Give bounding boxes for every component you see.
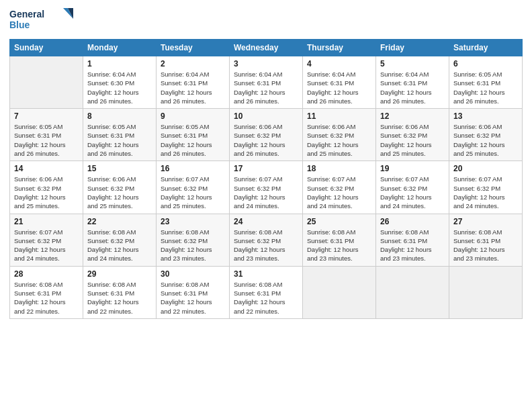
col-header-friday: Friday xyxy=(376,40,449,56)
calendar-cell: 11Sunrise: 6:06 AM Sunset: 6:32 PM Dayli… xyxy=(303,109,376,161)
calendar-cell: 8Sunrise: 6:05 AM Sunset: 6:31 PM Daylig… xyxy=(83,109,157,161)
calendar-cell: 29Sunrise: 6:08 AM Sunset: 6:31 PM Dayli… xyxy=(83,266,157,318)
day-number: 6 xyxy=(453,59,518,68)
day-info: Sunrise: 6:06 AM Sunset: 6:32 PM Dayligh… xyxy=(453,122,518,158)
day-info: Sunrise: 6:08 AM Sunset: 6:31 PM Dayligh… xyxy=(161,280,225,316)
day-number: 1 xyxy=(87,59,152,68)
day-info: Sunrise: 6:07 AM Sunset: 6:32 PM Dayligh… xyxy=(234,175,298,210)
week-row-2: 14Sunrise: 6:06 AM Sunset: 6:32 PM Dayli… xyxy=(10,161,523,214)
calendar-table: SundayMondayTuesdayWednesdayThursdayFrid… xyxy=(9,39,523,319)
col-header-tuesday: Tuesday xyxy=(157,40,230,56)
day-number: 22 xyxy=(87,217,152,226)
day-number: 9 xyxy=(161,111,225,121)
calendar-cell: 24Sunrise: 6:08 AM Sunset: 6:32 PM Dayli… xyxy=(230,214,303,266)
day-info: Sunrise: 6:04 AM Sunset: 6:31 PM Dayligh… xyxy=(234,70,298,105)
calendar-cell: 10Sunrise: 6:06 AM Sunset: 6:32 PM Dayli… xyxy=(230,109,303,161)
header: General Blue xyxy=(9,7,523,35)
calendar-cell: 22Sunrise: 6:08 AM Sunset: 6:32 PM Dayli… xyxy=(83,214,157,266)
svg-text:General: General xyxy=(9,9,44,19)
calendar-cell: 9Sunrise: 6:05 AM Sunset: 6:31 PM Daylig… xyxy=(157,109,230,161)
day-info: Sunrise: 6:07 AM Sunset: 6:32 PM Dayligh… xyxy=(453,175,518,210)
week-row-1: 7Sunrise: 6:05 AM Sunset: 6:31 PM Daylig… xyxy=(10,109,523,161)
day-number: 8 xyxy=(87,111,152,121)
day-number: 21 xyxy=(14,217,79,226)
col-header-monday: Monday xyxy=(83,40,157,56)
calendar-cell: 14Sunrise: 6:06 AM Sunset: 6:32 PM Dayli… xyxy=(10,161,83,214)
calendar-cell: 17Sunrise: 6:07 AM Sunset: 6:32 PM Dayli… xyxy=(230,161,303,214)
day-number: 5 xyxy=(380,59,445,68)
calendar-cell xyxy=(303,266,376,318)
week-row-3: 21Sunrise: 6:07 AM Sunset: 6:32 PM Dayli… xyxy=(10,214,523,266)
day-number: 30 xyxy=(161,269,225,279)
day-info: Sunrise: 6:08 AM Sunset: 6:31 PM Dayligh… xyxy=(14,280,79,316)
day-number: 12 xyxy=(380,111,445,121)
day-info: Sunrise: 6:08 AM Sunset: 6:31 PM Dayligh… xyxy=(453,228,518,263)
calendar-cell: 16Sunrise: 6:07 AM Sunset: 6:32 PM Dayli… xyxy=(157,161,230,214)
calendar-cell: 19Sunrise: 6:07 AM Sunset: 6:32 PM Dayli… xyxy=(376,161,449,214)
week-row-4: 28Sunrise: 6:08 AM Sunset: 6:31 PM Dayli… xyxy=(10,266,523,318)
day-number: 7 xyxy=(14,111,79,121)
calendar-cell: 20Sunrise: 6:07 AM Sunset: 6:32 PM Dayli… xyxy=(449,161,523,214)
calendar-cell xyxy=(376,266,449,318)
calendar-cell: 4Sunrise: 6:04 AM Sunset: 6:31 PM Daylig… xyxy=(303,56,376,109)
calendar-cell: 12Sunrise: 6:06 AM Sunset: 6:32 PM Dayli… xyxy=(376,109,449,161)
calendar-cell: 31Sunrise: 6:08 AM Sunset: 6:31 PM Dayli… xyxy=(230,266,303,318)
day-number: 10 xyxy=(234,111,298,121)
day-info: Sunrise: 6:08 AM Sunset: 6:31 PM Dayligh… xyxy=(380,228,445,263)
calendar-cell xyxy=(449,266,523,318)
calendar-cell: 28Sunrise: 6:08 AM Sunset: 6:31 PM Dayli… xyxy=(10,266,83,318)
calendar-cell: 30Sunrise: 6:08 AM Sunset: 6:31 PM Dayli… xyxy=(157,266,230,318)
day-number: 27 xyxy=(453,217,518,226)
day-info: Sunrise: 6:06 AM Sunset: 6:32 PM Dayligh… xyxy=(87,175,152,210)
day-info: Sunrise: 6:04 AM Sunset: 6:31 PM Dayligh… xyxy=(307,70,371,105)
day-number: 26 xyxy=(380,217,445,226)
calendar-cell: 18Sunrise: 6:07 AM Sunset: 6:32 PM Dayli… xyxy=(303,161,376,214)
col-header-sunday: Sunday xyxy=(10,40,83,56)
svg-text:Blue: Blue xyxy=(9,19,30,30)
day-number: 18 xyxy=(307,164,371,173)
day-number: 23 xyxy=(161,217,225,226)
calendar-cell: 23Sunrise: 6:08 AM Sunset: 6:32 PM Dayli… xyxy=(157,214,230,266)
day-info: Sunrise: 6:08 AM Sunset: 6:32 PM Dayligh… xyxy=(87,228,152,263)
calendar-cell: 2Sunrise: 6:04 AM Sunset: 6:31 PM Daylig… xyxy=(157,56,230,109)
day-info: Sunrise: 6:04 AM Sunset: 6:31 PM Dayligh… xyxy=(161,70,225,105)
calendar-cell: 15Sunrise: 6:06 AM Sunset: 6:32 PM Dayli… xyxy=(83,161,157,214)
day-info: Sunrise: 6:05 AM Sunset: 6:31 PM Dayligh… xyxy=(87,122,152,158)
day-number: 13 xyxy=(453,111,518,121)
calendar-cell: 21Sunrise: 6:07 AM Sunset: 6:32 PM Dayli… xyxy=(10,214,83,266)
calendar-cell: 7Sunrise: 6:05 AM Sunset: 6:31 PM Daylig… xyxy=(10,109,83,161)
day-number: 24 xyxy=(234,217,298,226)
day-number: 2 xyxy=(161,59,225,68)
day-info: Sunrise: 6:07 AM Sunset: 6:32 PM Dayligh… xyxy=(307,175,371,210)
calendar-cell xyxy=(10,56,83,109)
day-number: 16 xyxy=(161,164,225,173)
calendar-cell: 27Sunrise: 6:08 AM Sunset: 6:31 PM Dayli… xyxy=(449,214,523,266)
day-info: Sunrise: 6:06 AM Sunset: 6:32 PM Dayligh… xyxy=(380,122,445,158)
col-header-thursday: Thursday xyxy=(303,40,376,56)
calendar-cell: 1Sunrise: 6:04 AM Sunset: 6:30 PM Daylig… xyxy=(83,56,157,109)
col-header-wednesday: Wednesday xyxy=(230,40,303,56)
day-number: 31 xyxy=(234,269,298,279)
day-info: Sunrise: 6:05 AM Sunset: 6:31 PM Dayligh… xyxy=(14,122,79,158)
day-info: Sunrise: 6:07 AM Sunset: 6:32 PM Dayligh… xyxy=(380,175,445,210)
day-number: 11 xyxy=(307,111,371,121)
col-header-saturday: Saturday xyxy=(449,40,523,56)
day-info: Sunrise: 6:08 AM Sunset: 6:32 PM Dayligh… xyxy=(234,228,298,263)
week-row-0: 1Sunrise: 6:04 AM Sunset: 6:30 PM Daylig… xyxy=(10,56,523,109)
calendar-cell: 6Sunrise: 6:05 AM Sunset: 6:31 PM Daylig… xyxy=(449,56,523,109)
day-info: Sunrise: 6:08 AM Sunset: 6:31 PM Dayligh… xyxy=(234,280,298,316)
day-info: Sunrise: 6:08 AM Sunset: 6:31 PM Dayligh… xyxy=(307,228,371,263)
calendar-cell: 5Sunrise: 6:04 AM Sunset: 6:31 PM Daylig… xyxy=(376,56,449,109)
calendar-cell: 13Sunrise: 6:06 AM Sunset: 6:32 PM Dayli… xyxy=(449,109,523,161)
logo: General Blue xyxy=(9,7,77,35)
day-info: Sunrise: 6:08 AM Sunset: 6:31 PM Dayligh… xyxy=(87,280,152,316)
day-info: Sunrise: 6:06 AM Sunset: 6:32 PM Dayligh… xyxy=(307,122,371,158)
day-number: 20 xyxy=(453,164,518,173)
day-number: 17 xyxy=(234,164,298,173)
day-info: Sunrise: 6:07 AM Sunset: 6:32 PM Dayligh… xyxy=(14,228,79,263)
day-number: 4 xyxy=(307,59,371,68)
day-number: 29 xyxy=(87,269,152,279)
page-container: General Blue SundayMondayTuesdayWednesda… xyxy=(0,0,532,326)
day-info: Sunrise: 6:06 AM Sunset: 6:32 PM Dayligh… xyxy=(14,175,79,210)
day-number: 28 xyxy=(14,269,79,279)
